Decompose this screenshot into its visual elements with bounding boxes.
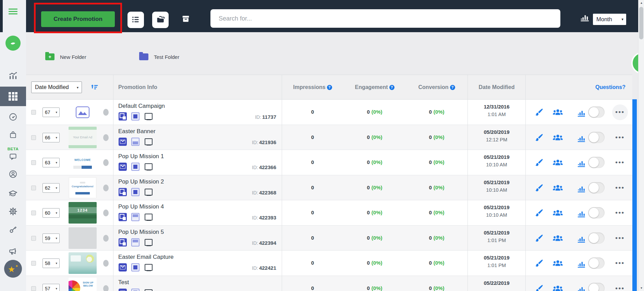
promotion-title[interactable]: Default Campaign xyxy=(118,103,165,110)
more-options-button[interactable] xyxy=(612,205,628,221)
active-toggle[interactable] xyxy=(588,207,605,218)
reporting-chart-icon[interactable] xyxy=(580,12,591,21)
position-select[interactable]: 63 xyxy=(42,158,60,167)
audience-button[interactable] xyxy=(552,284,563,291)
edit-design-button[interactable] xyxy=(534,158,544,167)
stats-button[interactable] xyxy=(576,208,586,218)
app-logo[interactable] xyxy=(5,36,21,51)
sidebar-item-analytics[interactable] xyxy=(8,71,18,82)
active-toggle[interactable] xyxy=(588,283,605,291)
promotion-thumbnail[interactable]: WELCOME xyxy=(69,152,97,173)
folder-item-test[interactable]: Test Folder xyxy=(139,53,179,60)
stats-button[interactable] xyxy=(576,234,586,243)
position-select[interactable]: 58 xyxy=(42,258,60,268)
audience-button[interactable] xyxy=(552,258,563,268)
scroll-up-arrow[interactable]: ▲ xyxy=(639,0,644,6)
active-toggle[interactable] xyxy=(588,157,605,168)
edit-design-button[interactable] xyxy=(534,284,544,291)
engagement-help-icon[interactable] xyxy=(389,85,394,90)
audience-button[interactable] xyxy=(552,158,563,168)
promotion-title[interactable]: Pop Up Mission 5 xyxy=(118,229,164,236)
promotion-title[interactable]: Pop Up Mission 4 xyxy=(118,203,164,210)
stats-button[interactable] xyxy=(576,184,586,193)
sidebar-item-feedback[interactable] xyxy=(9,152,17,162)
archive-button[interactable] xyxy=(180,14,191,25)
vertical-scrollbar[interactable]: ▲ ▼ xyxy=(638,0,644,291)
position-select[interactable]: 66 xyxy=(42,133,60,142)
scroll-down-arrow[interactable]: ▼ xyxy=(639,285,644,291)
sidebar-item-account[interactable] xyxy=(9,169,18,180)
more-options-button[interactable] xyxy=(612,255,628,271)
row-checkbox[interactable] xyxy=(31,110,36,115)
position-select[interactable]: 57 xyxy=(42,284,60,291)
edit-design-button[interactable] xyxy=(534,133,544,142)
audience-button[interactable] xyxy=(552,107,563,117)
sidebar-item-announcements[interactable] xyxy=(8,246,18,257)
row-checkbox[interactable] xyxy=(31,261,36,266)
promotion-title[interactable]: Easter Banner xyxy=(118,128,156,135)
promotion-title[interactable]: Test xyxy=(118,279,129,286)
promotion-thumbnail[interactable] xyxy=(69,252,97,274)
menu-icon[interactable] xyxy=(9,9,17,16)
sidebar-item-dashboard[interactable] xyxy=(9,112,18,123)
folders-button[interactable] xyxy=(152,12,169,28)
new-folder-button[interactable]: + New Folder xyxy=(45,53,86,60)
active-toggle[interactable] xyxy=(588,132,605,143)
period-select[interactable]: Month xyxy=(593,14,626,25)
audience-button[interactable] xyxy=(552,183,563,193)
active-toggle[interactable] xyxy=(588,257,605,269)
more-options-button[interactable] xyxy=(612,281,628,291)
row-checkbox[interactable] xyxy=(31,236,36,241)
row-checkbox[interactable] xyxy=(31,135,36,140)
row-checkbox[interactable] xyxy=(31,160,36,165)
sidebar-item-settings[interactable] xyxy=(9,207,18,217)
search-input[interactable] xyxy=(210,9,560,28)
position-select[interactable]: 62 xyxy=(42,183,60,193)
sort-direction-icon[interactable] xyxy=(90,83,99,93)
stats-button[interactable] xyxy=(576,158,586,167)
more-options-button[interactable] xyxy=(612,230,628,246)
impressions-help-icon[interactable] xyxy=(327,85,332,90)
edit-design-button[interactable] xyxy=(534,259,544,268)
stats-button[interactable] xyxy=(576,108,586,117)
promotion-title[interactable]: Pop Up Mission 2 xyxy=(118,178,164,185)
row-checkbox[interactable] xyxy=(31,186,36,190)
edit-design-button[interactable] xyxy=(534,184,544,193)
promotion-thumbnail[interactable]: 1234 xyxy=(69,202,97,224)
stats-button[interactable] xyxy=(576,133,586,142)
active-toggle[interactable] xyxy=(588,106,605,118)
edit-design-button[interactable] xyxy=(534,208,544,218)
more-options-button[interactable] xyxy=(612,155,628,170)
promotion-thumbnail[interactable]: SIGN UP BELOW xyxy=(69,278,97,291)
sidebar-item-api-keys[interactable] xyxy=(9,225,18,236)
questions-link[interactable]: Questions? xyxy=(595,75,625,100)
row-checkbox[interactable] xyxy=(31,211,36,215)
audience-button[interactable] xyxy=(552,133,563,143)
audience-button[interactable] xyxy=(552,233,563,243)
active-toggle[interactable] xyxy=(588,232,605,244)
scrollbar-thumb[interactable] xyxy=(639,7,643,39)
conversion-help-icon[interactable] xyxy=(450,85,455,90)
more-options-button[interactable] xyxy=(612,104,628,120)
position-select[interactable]: 60 xyxy=(42,208,60,218)
edit-design-button[interactable] xyxy=(534,108,544,117)
active-toggle[interactable] xyxy=(588,182,605,193)
promotion-thumbnail[interactable] xyxy=(69,101,97,123)
edit-design-button[interactable] xyxy=(534,234,544,243)
promotion-thumbnail[interactable]: Your Email Ad xyxy=(69,127,97,148)
position-select[interactable]: 59 xyxy=(42,233,60,243)
sidebar-item-academy[interactable] xyxy=(8,189,18,200)
stats-button[interactable] xyxy=(576,259,586,268)
sort-field-select[interactable]: Date Modified xyxy=(31,81,82,93)
sidebar-item-shop[interactable] xyxy=(9,130,17,141)
promotion-thumbnail[interactable] xyxy=(69,227,97,249)
more-options-button[interactable] xyxy=(612,180,628,196)
position-select[interactable]: 67 xyxy=(42,107,60,117)
row-checkbox[interactable] xyxy=(31,286,36,291)
audience-button[interactable] xyxy=(552,208,563,218)
more-options-button[interactable] xyxy=(612,130,628,146)
create-promotion-button[interactable]: Create Promotion xyxy=(41,11,115,27)
promotion-title[interactable]: Pop Up Mission 1 xyxy=(118,153,164,160)
stats-button[interactable] xyxy=(576,284,586,291)
sidebar-item-promotions-active[interactable] xyxy=(0,87,26,106)
